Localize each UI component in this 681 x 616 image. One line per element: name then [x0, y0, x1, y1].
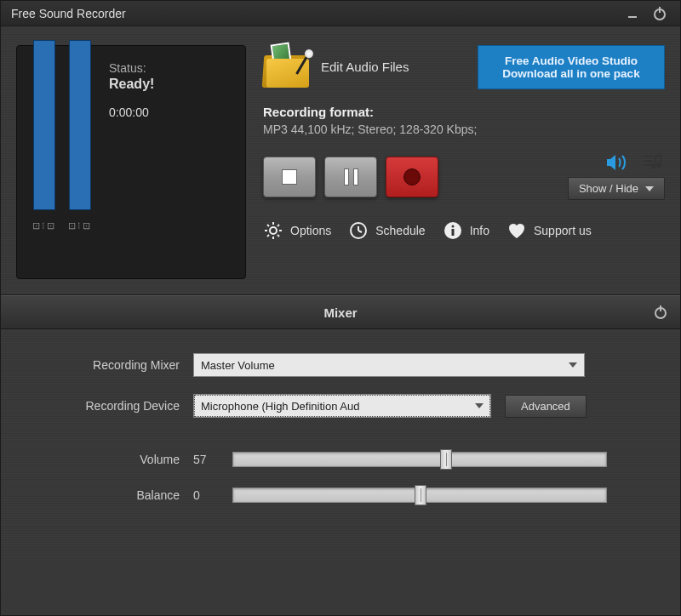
status-value: Ready!	[109, 77, 154, 92]
vu-scale-right: ⊡⁝⊡	[68, 220, 92, 231]
svg-rect-4	[644, 160, 653, 162]
pause-icon	[344, 168, 358, 185]
volume-label: Volume	[35, 453, 180, 466]
edit-audio-label: Edit Audio Files	[321, 60, 409, 74]
recording-mixer-value: Master Volume	[201, 359, 275, 372]
schedule-button[interactable]: Schedule	[348, 220, 425, 241]
folder-wand-icon	[263, 45, 311, 88]
recording-device-select[interactable]: Microphone (High Definition Aud	[193, 394, 491, 418]
promo-banner[interactable]: Free Audio Video Studio Download all in …	[478, 45, 665, 89]
schedule-label: Schedule	[375, 224, 425, 237]
info-icon	[443, 220, 463, 241]
clock-icon	[348, 220, 369, 241]
power-button[interactable]	[650, 3, 670, 24]
vu-scale-left: ⊡⁝⊡	[32, 220, 56, 231]
balance-value: 0	[193, 488, 219, 502]
svg-rect-20	[451, 229, 454, 236]
gear-icon	[263, 220, 283, 241]
status-label: Status:	[109, 61, 154, 75]
volume-slider[interactable]	[232, 452, 607, 467]
balance-slider[interactable]	[232, 488, 607, 503]
main-window: Free Sound Recorder ⊡⁝⊡ ⊡⁝⊡	[0, 0, 681, 616]
mixer-title: Mixer	[323, 305, 357, 320]
top-panel: ⊡⁝⊡ ⊡⁝⊡ Status: Ready! 0:00:00	[1, 26, 680, 295]
recording-format-label: Recording format:	[263, 105, 665, 119]
svg-line-11	[267, 225, 269, 226]
vu-meters: ⊡⁝⊡ ⊡⁝⊡	[32, 61, 92, 231]
svg-point-6	[270, 227, 277, 234]
recording-device-value: Microphone (High Definition Aud	[201, 400, 359, 413]
options-button[interactable]: Options	[263, 220, 331, 241]
bottom-links: Options Schedule Info	[263, 220, 665, 241]
advanced-button[interactable]: Advanced	[505, 395, 587, 418]
svg-point-19	[451, 225, 454, 228]
edit-audio-files-button[interactable]: Edit Audio Files	[263, 45, 409, 88]
svg-rect-0	[628, 16, 637, 18]
chevron-down-icon	[569, 362, 577, 368]
mixer-header: Mixer	[1, 295, 680, 329]
recording-device-label: Recording Device	[35, 399, 180, 413]
svg-line-17	[358, 231, 362, 232]
record-icon	[403, 168, 421, 185]
vu-meter-card: ⊡⁝⊡ ⊡⁝⊡ Status: Ready! 0:00:00	[16, 45, 246, 279]
support-label: Support us	[534, 224, 592, 237]
heart-icon	[506, 220, 527, 241]
pause-button[interactable]	[324, 157, 377, 197]
recording-format: Recording format: MP3 44,100 kHz; Stereo…	[263, 105, 665, 136]
balance-thumb[interactable]	[415, 485, 426, 505]
show-hide-button[interactable]: Show / Hide	[568, 177, 665, 200]
support-button[interactable]: Support us	[506, 220, 592, 241]
volume-thumb[interactable]	[440, 449, 452, 470]
svg-rect-2	[659, 7, 661, 13]
mixer-panel: Recording Mixer Master Volume Recording …	[1, 329, 680, 557]
svg-rect-3	[644, 156, 653, 157]
info-button[interactable]: Info	[443, 220, 489, 241]
promo-line1: Free Audio Video Studio	[505, 54, 638, 67]
music-list-icon[interactable]	[644, 153, 665, 172]
status-block: Status: Ready! 0:00:00	[109, 61, 154, 263]
vu-bar-left	[33, 40, 55, 210]
options-label: Options	[290, 224, 331, 237]
app-title: Free Sound Recorder	[11, 7, 615, 20]
status-time: 0:00:00	[109, 106, 154, 119]
stop-button[interactable]	[263, 157, 316, 197]
right-panel: Edit Audio Files Free Audio Video Studio…	[263, 45, 665, 279]
speaker-icon[interactable]	[605, 153, 629, 172]
recording-mixer-select[interactable]: Master Volume	[193, 353, 585, 377]
vu-bar-right	[69, 40, 91, 210]
svg-line-13	[267, 235, 269, 237]
show-hide-label: Show / Hide	[579, 182, 638, 195]
minimize-button[interactable]	[622, 3, 643, 24]
balance-label: Balance	[35, 488, 180, 502]
record-button[interactable]	[386, 157, 438, 197]
recording-format-desc: MP3 44,100 kHz; Stereo; 128-320 Kbps;	[263, 123, 665, 136]
titlebar: Free Sound Recorder	[1, 1, 680, 26]
volume-value: 57	[193, 453, 219, 466]
promo-line2: Download all in one pack	[502, 67, 639, 80]
mixer-power-button[interactable]	[653, 305, 668, 320]
recording-mixer-label: Recording Mixer	[35, 358, 180, 372]
svg-line-12	[278, 235, 279, 237]
svg-line-14	[278, 225, 279, 226]
info-label: Info	[470, 224, 489, 237]
stop-icon	[282, 169, 297, 185]
svg-rect-22	[660, 305, 661, 311]
advanced-label: Advanced	[521, 400, 570, 413]
chevron-down-icon	[475, 403, 484, 408]
chevron-down-icon	[645, 186, 654, 191]
